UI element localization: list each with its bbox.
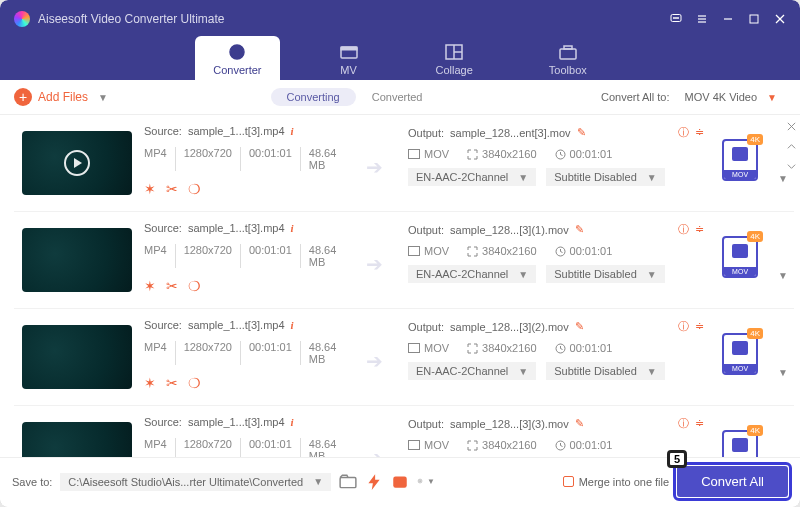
subtitle-select[interactable]: Subtitle Disabled▼ bbox=[546, 168, 664, 186]
svg-rect-14 bbox=[341, 47, 357, 50]
chevron-down-icon: ▼ bbox=[778, 270, 788, 281]
enhance-icon[interactable]: ❍ bbox=[188, 278, 201, 294]
video-thumbnail[interactable] bbox=[22, 422, 132, 457]
move-down-icon[interactable] bbox=[786, 161, 797, 175]
output-label: Output: bbox=[408, 321, 444, 333]
cut-icon[interactable]: ✂ bbox=[166, 278, 178, 294]
output-format-select[interactable]: MOV 4K Video ▼ bbox=[676, 88, 786, 106]
source-resolution: 1280x720 bbox=[175, 147, 232, 171]
svg-point-3 bbox=[677, 17, 678, 18]
output-resolution: 3840x2160 bbox=[482, 245, 536, 257]
audio-value: EN-AAC-2Channel bbox=[416, 365, 508, 377]
tab-collage[interactable]: Collage bbox=[418, 36, 491, 80]
plus-icon: + bbox=[14, 88, 32, 106]
audio-track-select[interactable]: EN-AAC-2Channel▼ bbox=[408, 168, 536, 186]
save-to-label: Save to: bbox=[12, 476, 52, 488]
cut-icon[interactable]: ✂ bbox=[166, 181, 178, 197]
svg-rect-22 bbox=[409, 150, 420, 159]
svg-rect-19 bbox=[564, 46, 572, 49]
row-format-select[interactable]: MOV bbox=[722, 430, 758, 457]
pencil-icon[interactable]: ✎ bbox=[575, 320, 584, 333]
tab-mv[interactable]: MV bbox=[320, 36, 378, 80]
warn-icon[interactable]: ⓘ bbox=[678, 416, 689, 431]
edit-icon[interactable]: ✶ bbox=[144, 375, 156, 391]
merge-checkbox[interactable]: Merge into one file bbox=[563, 476, 670, 488]
chevron-down-icon: ▼ bbox=[518, 366, 528, 377]
output-duration: 00:01:01 bbox=[570, 148, 613, 160]
subtitle-select[interactable]: Subtitle Disabled▼ bbox=[546, 265, 664, 283]
open-folder-icon[interactable] bbox=[339, 473, 357, 491]
output-label: Output: bbox=[408, 418, 444, 430]
remove-icon[interactable] bbox=[786, 121, 797, 135]
row-format-select[interactable]: MOV bbox=[722, 139, 758, 181]
pencil-icon[interactable]: ✎ bbox=[575, 417, 584, 430]
edit-icon[interactable]: ✶ bbox=[144, 181, 156, 197]
add-files-button[interactable]: + Add Files ▼ bbox=[14, 88, 108, 106]
compress-icon[interactable]: ≑ bbox=[695, 223, 704, 236]
svg-rect-28 bbox=[409, 441, 420, 450]
checkbox-icon bbox=[563, 476, 574, 487]
enhance-icon[interactable]: ❍ bbox=[188, 375, 201, 391]
tab-converter[interactable]: Converter bbox=[195, 36, 279, 80]
audio-track-select[interactable]: EN-AAC-2Channel▼ bbox=[408, 362, 536, 380]
chevron-down-icon: ▼ bbox=[647, 269, 657, 280]
compress-icon[interactable]: ≑ bbox=[695, 126, 704, 139]
output-format: MOV bbox=[424, 439, 449, 451]
close-icon[interactable] bbox=[774, 13, 786, 25]
tab-converted[interactable]: Converted bbox=[356, 88, 439, 106]
high-speed-icon[interactable] bbox=[391, 473, 409, 491]
convert-all-button[interactable]: Convert All bbox=[677, 466, 788, 497]
video-thumbnail[interactable] bbox=[22, 325, 132, 389]
info-icon[interactable]: i bbox=[291, 319, 294, 331]
info-icon[interactable]: i bbox=[291, 222, 294, 234]
row-format-select[interactable]: MOV bbox=[722, 333, 758, 375]
chevron-down-icon: ▼ bbox=[647, 366, 657, 377]
compress-icon[interactable]: ≑ bbox=[695, 320, 704, 333]
feedback-icon[interactable] bbox=[670, 13, 682, 25]
warn-icon[interactable]: ⓘ bbox=[678, 222, 689, 237]
tab-label: Converter bbox=[213, 64, 261, 76]
chevron-down-icon: ▼ bbox=[778, 367, 788, 378]
save-path-select[interactable]: C:\Aiseesoft Studio\Ais...rter Ultimate\… bbox=[60, 473, 331, 491]
source-size: 48.64 MB bbox=[300, 147, 354, 171]
row-format-select[interactable]: MOV bbox=[722, 236, 758, 278]
menu-icon[interactable] bbox=[696, 13, 708, 25]
arrow-icon: ➔ bbox=[366, 222, 396, 276]
subtitle-select[interactable]: Subtitle Disabled▼ bbox=[546, 362, 664, 380]
gpu-boost-icon[interactable] bbox=[365, 473, 383, 491]
tab-toolbox[interactable]: Toolbox bbox=[531, 36, 605, 80]
minimize-icon[interactable] bbox=[722, 13, 734, 25]
enhance-icon[interactable]: ❍ bbox=[188, 181, 201, 197]
video-thumbnail[interactable] bbox=[22, 228, 132, 292]
cut-icon[interactable]: ✂ bbox=[166, 375, 178, 391]
output-duration: 00:01:01 bbox=[570, 245, 613, 257]
source-codec: MP4 bbox=[144, 341, 167, 365]
warn-icon[interactable]: ⓘ bbox=[678, 319, 689, 334]
output-label: Output: bbox=[408, 127, 444, 139]
output-filename: sample_128...[3](1).mov bbox=[450, 224, 569, 236]
tab-converting[interactable]: Converting bbox=[271, 88, 356, 106]
source-codec: MP4 bbox=[144, 244, 167, 268]
format-badge: MOV bbox=[724, 364, 756, 373]
source-resolution: 1280x720 bbox=[175, 438, 232, 457]
tab-label: MV bbox=[340, 64, 357, 76]
info-icon[interactable]: i bbox=[291, 416, 294, 428]
compress-icon[interactable]: ≑ bbox=[695, 417, 704, 430]
svg-rect-18 bbox=[560, 49, 576, 59]
chevron-down-icon: ▼ bbox=[647, 172, 657, 183]
audio-track-select[interactable]: EN-AAC-2Channel▼ bbox=[408, 265, 536, 283]
settings-icon[interactable]: ▼ bbox=[417, 473, 435, 491]
maximize-icon[interactable] bbox=[748, 13, 760, 25]
tab-label: Toolbox bbox=[549, 64, 587, 76]
warn-icon[interactable]: ⓘ bbox=[678, 125, 689, 140]
subtitle-value: Subtitle Disabled bbox=[554, 365, 637, 377]
move-up-icon[interactable] bbox=[786, 141, 797, 155]
source-duration: 00:01:01 bbox=[240, 244, 292, 268]
info-icon[interactable]: i bbox=[291, 125, 294, 137]
edit-icon[interactable]: ✶ bbox=[144, 278, 156, 294]
play-icon bbox=[64, 150, 90, 176]
format-badge: MOV bbox=[724, 267, 756, 276]
pencil-icon[interactable]: ✎ bbox=[575, 223, 584, 236]
video-thumbnail[interactable] bbox=[22, 131, 132, 195]
pencil-icon[interactable]: ✎ bbox=[577, 126, 586, 139]
